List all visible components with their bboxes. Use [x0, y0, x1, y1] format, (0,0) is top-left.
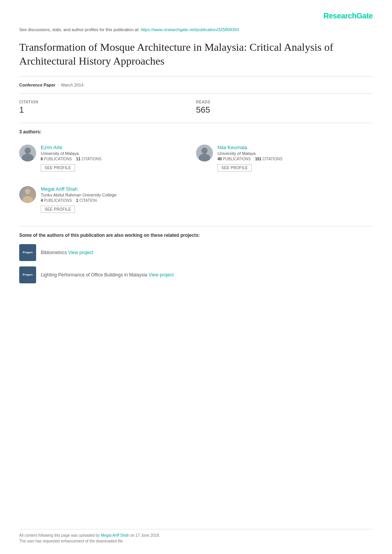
author-institution-2: University of Malaya: [218, 151, 373, 156]
author-avatar-2: [196, 145, 213, 161]
paper-title: Transformation of Mosque Architecture in…: [19, 40, 373, 68]
author-institution-3: Tunku Abdul Rahman University College: [41, 193, 373, 197]
author-info-3: Megat Ariff Shah Tunku Abdul Rahman Univ…: [41, 186, 373, 213]
authors-divider: [19, 226, 373, 226]
publication-link[interactable]: https://www.researchgate.net/publication…: [141, 27, 239, 32]
paper-meta: Conference Paper · March 2014: [19, 83, 373, 87]
author-name-2[interactable]: Nila Keumala: [218, 145, 373, 150]
project-thumb-1: Preprn: [19, 244, 36, 261]
project-item-1: Preprn Bibliometrics View project: [19, 244, 373, 261]
see-profile-button-1[interactable]: SEE PROFILE: [41, 164, 75, 171]
paper-type: Conference Paper: [19, 83, 55, 87]
reads-stat: READS 565: [196, 100, 373, 115]
paper-date-separator: ·: [58, 83, 59, 87]
author-card-2: Nila Keumala University of Malaya 40 PUB…: [196, 141, 373, 178]
author-card-3: Megat Ariff Shah Tunku Abdul Rahman Univ…: [19, 182, 373, 220]
see-discussions-notice: See discussions, stats, and author profi…: [19, 27, 373, 32]
authors-label: 3 authors:: [19, 129, 373, 135]
project-text-1: Bibliometrics View project: [41, 250, 93, 255]
author-avatar-3: [19, 186, 36, 203]
footer-line-1: All content following this page was uplo…: [19, 533, 373, 537]
stats-divider: [19, 123, 373, 123]
citation-value: 1: [19, 105, 196, 115]
author-institution-1: University of Malaya: [41, 151, 196, 156]
author-name-1[interactable]: Ezrin Arbi: [41, 145, 196, 150]
footer-line-2: The user has requested enhancement of th…: [19, 539, 373, 543]
citation-stat: CITATION 1: [19, 100, 196, 115]
author-stats-2: 40 PUBLICATIONS 151 CITATIONS: [218, 157, 373, 161]
project-text-2: Lighting Performance of Office Buildings…: [41, 272, 174, 278]
related-projects-label: Some of the authors of this publication …: [19, 233, 373, 238]
citation-label: CITATION: [19, 100, 196, 104]
author-info-1: Ezrin Arbi University of Malaya 6 PUBLIC…: [41, 145, 196, 171]
author-card-1: Ezrin Arbi University of Malaya 6 PUBLIC…: [19, 141, 196, 178]
project-item-2: Preprn Lighting Performance of Office Bu…: [19, 266, 373, 283]
reads-value: 565: [196, 105, 373, 115]
footer-divider: [19, 529, 373, 529]
footer-author-link[interactable]: Megat Ariff Shah: [101, 533, 129, 537]
author-info-2: Nila Keumala University of Malaya 40 PUB…: [218, 145, 373, 171]
reads-label: READS: [196, 100, 373, 104]
project-thumb-text-1: Preprn: [23, 251, 33, 255]
project-link-2[interactable]: View project: [149, 272, 174, 278]
authors-grid: Ezrin Arbi University of Malaya 6 PUBLIC…: [19, 141, 373, 178]
author-name-3[interactable]: Megat Ariff Shah: [41, 186, 373, 192]
project-thumb-text-2: Preprn: [23, 273, 33, 277]
author-stats-1: 6 PUBLICATIONS 11 CITATIONS: [41, 157, 196, 161]
researchgate-logo: ResearchGate: [323, 12, 373, 20]
project-thumb-2: Preprn: [19, 266, 36, 283]
see-profile-button-3[interactable]: SEE PROFILE: [41, 206, 75, 213]
see-profile-button-2[interactable]: SEE PROFILE: [218, 164, 252, 171]
title-divider: [19, 76, 373, 77]
stats-row: CITATION 1 READS 565: [19, 100, 373, 115]
author-stats-3: 4 PUBLICATIONS 1 CITATION: [41, 198, 373, 203]
project-link-1[interactable]: View project: [68, 250, 93, 255]
footer: All content following this page was uplo…: [19, 529, 373, 545]
author-avatar-1: [19, 145, 36, 161]
meta-divider: [19, 93, 373, 94]
paper-date: March 2014: [61, 83, 83, 87]
